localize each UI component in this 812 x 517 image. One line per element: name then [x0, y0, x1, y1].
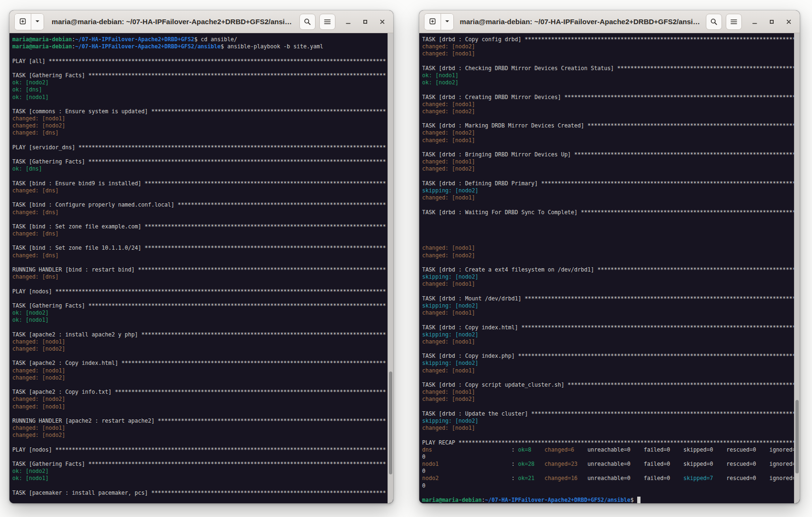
maximize-button[interactable] [359, 16, 371, 28]
tab-list-dropdown-button[interactable] [31, 14, 44, 29]
terminal-line: ok: [nodo1] [422, 72, 800, 79]
terminal-cursor [637, 497, 641, 503]
search-button[interactable] [706, 14, 722, 30]
terminal-line: changed: [nodo1] [12, 338, 393, 345]
terminal-line [422, 201, 800, 209]
terminal-line: 0 [422, 468, 800, 475]
terminal-line: ok: [nodo1] [12, 94, 393, 101]
terminal-line: changed: [nodo1] [422, 281, 800, 288]
terminal-line: TASK [pacemaker : install pacemaker, pcs… [12, 490, 393, 497]
terminal-line: changed: [nodo1] [12, 403, 393, 410]
terminal-screen-left[interactable]: maria@maria-debian:~/07-HA-IPFailover-Ap… [9, 33, 393, 503]
terminal-line [422, 230, 800, 237]
terminal-line: changed: [nodo2] [422, 43, 800, 50]
hamburger-menu-icon [731, 19, 737, 25]
scrollbar-thumb-right[interactable] [795, 400, 799, 473]
window-controls [342, 16, 388, 28]
terminal-line [12, 454, 393, 461]
terminal-line: changed: [dns] [12, 252, 393, 259]
terminal-line: PLAY [nodos] ***************************… [12, 446, 393, 454]
terminal-window-right: maria@maria-debian: ~/07-HA-IPFailover-A… [419, 10, 800, 503]
terminal-line: changed: [nodo2] [12, 374, 393, 381]
terminal-line: nodo2 : ok=21 changed=16 unreachable=0 f… [422, 475, 800, 482]
scrollbar-right[interactable] [794, 33, 800, 503]
menu-button[interactable] [726, 14, 742, 30]
menu-button[interactable] [319, 14, 335, 30]
terminal-line: changed: [nodo1] [422, 425, 800, 432]
terminal-line: changed: [nodo1] [422, 389, 800, 396]
close-button[interactable] [376, 16, 388, 28]
terminal-line: 0 [422, 454, 800, 461]
maximize-icon [362, 18, 369, 25]
tab-list-dropdown-button[interactable] [441, 14, 453, 29]
minimize-button[interactable] [342, 16, 354, 28]
terminal-line: changed: [dns] [12, 187, 393, 194]
terminal-line [12, 194, 393, 201]
terminal-line [12, 439, 393, 446]
scrollbar-left[interactable] [388, 33, 393, 503]
search-button[interactable] [299, 14, 316, 30]
scrollbar-thumb-left[interactable] [389, 372, 392, 474]
terminal-line: TASK [apache2 : install apache2 y php] *… [12, 331, 393, 338]
terminal-line: changed: [nodo2] [422, 129, 800, 136]
close-button[interactable] [783, 16, 795, 28]
minimize-button[interactable] [749, 16, 761, 28]
terminal-line: TASK [drbd : Checking DRBD Mirror Device… [422, 65, 800, 72]
search-icon [710, 18, 718, 26]
minimize-icon [751, 18, 758, 25]
terminal-line: TASK [drbd : Create a ext4 filesystem on… [422, 266, 800, 273]
new-tab-button[interactable] [15, 14, 31, 29]
terminal-line [12, 216, 393, 223]
terminal-line [422, 403, 800, 410]
terminal-line: changed: [nodo2] [422, 165, 800, 172]
terminal-line: TASK [commons : Ensure system is updated… [12, 108, 393, 115]
terminal-line: nodo1 : ok=28 changed=23 unreachable=0 f… [422, 461, 800, 468]
terminal-line [422, 144, 800, 151]
terminal-line [422, 58, 800, 65]
terminal-line: changed: [nodo2] [12, 396, 393, 403]
terminal-line: skipping: [nodo2] [422, 302, 800, 309]
terminal-line: PLAY [servidor_dns] ********************… [12, 144, 393, 151]
new-tab-button[interactable] [424, 14, 441, 29]
terminal-line: changed: [nodo1] [422, 158, 800, 165]
terminal-line: changed: [nodo2] [12, 122, 393, 129]
terminal-line: changed: [nodo1] [422, 50, 800, 57]
terminal-line: TASK [drbd : Marking DRDB Mirror Devices… [422, 122, 800, 129]
chevron-down-icon [445, 19, 450, 23]
terminal-line: skipping: [nodo2] [422, 417, 800, 425]
terminal-line [12, 237, 393, 245]
terminal-line [12, 137, 393, 144]
terminal-line: changed: [dns] [12, 273, 393, 281]
terminal-line: changed: [nodo2] [422, 252, 800, 259]
window-title: maria@maria-debian: ~/07-HA-IPFailover-A… [48, 18, 296, 26]
terminal-line [422, 374, 800, 381]
terminal-screen-right[interactable]: TASK [drbd : Copy config drbd] *********… [419, 33, 800, 503]
terminal-line: TASK [Gathering Facts] *****************… [12, 158, 393, 165]
terminal-line: ok: [dns] [12, 86, 393, 93]
terminal-line [12, 381, 393, 389]
chevron-down-icon [35, 19, 40, 23]
terminal-line [422, 216, 800, 223]
terminal-line: changed: [dns] [12, 209, 393, 216]
terminal-line: dns : ok=8 changed=6 unreachable=0 faile… [422, 446, 800, 454]
new-tab-icon [19, 18, 27, 25]
terminal-line [12, 50, 393, 57]
terminal-window-left: maria@maria-debian: ~/07-HA-IPFailover-A… [9, 10, 393, 503]
terminal-line [422, 86, 800, 93]
terminal-line: TASK [apache2 : Copy info.txt] *********… [12, 389, 393, 396]
terminal-line: RUNNING HANDLER [bind : restart bind] **… [12, 266, 393, 273]
headerbar-left: maria@maria-debian: ~/07-HA-IPFailover-A… [9, 10, 393, 33]
terminal-line: maria@maria-debian:~/07-HA-IPFailover-Ap… [12, 36, 393, 43]
terminal-line: changed: [nodo1] [422, 245, 800, 252]
terminal-line: maria@maria-debian:~/07-HA-IPFailover-Ap… [12, 43, 393, 50]
terminal-line: changed: [nodo1] [422, 309, 800, 317]
terminal-line: TASK [apache2 : Copy index.html] *******… [12, 360, 393, 367]
terminal-line [422, 490, 800, 497]
terminal-line [422, 223, 800, 230]
terminal-line: TASK [drbd : Mount /dev/drbd1] *********… [422, 295, 800, 302]
close-icon [785, 18, 792, 25]
terminal-line: ok: [nodo1] [12, 317, 393, 324]
maximize-button[interactable] [766, 16, 778, 28]
terminal-line [12, 353, 393, 360]
terminal-line: changed: [nodo1] [422, 367, 800, 374]
